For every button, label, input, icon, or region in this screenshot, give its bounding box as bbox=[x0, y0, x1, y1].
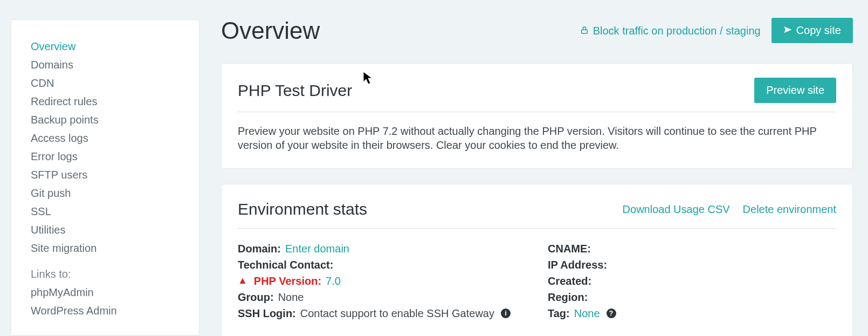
stat-tag: Tag: None ? bbox=[548, 305, 836, 321]
stat-php-version-value[interactable]: 7.0 bbox=[326, 274, 341, 288]
stat-tag-value[interactable]: None bbox=[574, 306, 600, 320]
stat-ssh-login-value: Contact support to enable SSH Gateway bbox=[300, 306, 494, 320]
stat-ssh-login: SSH Login: Contact support to enable SSH… bbox=[238, 305, 526, 321]
stat-created-label: Created: bbox=[548, 274, 591, 288]
stat-technical-contact-label: Technical Contact: bbox=[238, 258, 333, 272]
stat-group-label: Group: bbox=[238, 290, 274, 304]
stat-group: Group: None bbox=[238, 289, 526, 305]
copy-site-button[interactable]: Copy site bbox=[771, 18, 853, 43]
delete-environment-link[interactable]: Delete environment bbox=[743, 202, 836, 216]
sidebar-link-wordpress-admin[interactable]: WordPress Admin bbox=[31, 301, 180, 320]
stat-region: Region: bbox=[548, 289, 836, 305]
info-icon[interactable]: i bbox=[501, 308, 511, 318]
stat-php-version-label: PHP Version: bbox=[254, 274, 321, 288]
download-usage-csv-link[interactable]: Download Usage CSV bbox=[623, 202, 730, 216]
stat-created: Created: bbox=[548, 273, 836, 289]
sidebar-item-git-push[interactable]: Git push bbox=[31, 184, 180, 202]
sidebar-link-phpmyadmin[interactable]: phpMyAdmin bbox=[31, 283, 180, 301]
sidebar-item-ssl[interactable]: SSL bbox=[31, 202, 180, 221]
stat-domain: Domain: Enter domain bbox=[238, 241, 526, 257]
page-header-actions: Block traffic on production / staging Co… bbox=[580, 18, 853, 43]
stat-technical-contact: Technical Contact: bbox=[238, 257, 526, 273]
warning-triangle-icon: ▲ bbox=[238, 275, 247, 287]
page-title: Overview bbox=[221, 15, 320, 46]
stat-ssh-login-label: SSH Login: bbox=[238, 306, 296, 320]
stat-cname: CNAME: bbox=[548, 241, 836, 257]
stat-ip-address: IP Address: bbox=[548, 257, 836, 273]
sidebar-item-overview[interactable]: Overview bbox=[31, 37, 180, 56]
environment-stats-title: Environment stats bbox=[238, 198, 367, 220]
environment-stats-grid: Domain: Enter domain Technical Contact: … bbox=[238, 241, 836, 321]
sidebar-item-sftp-users[interactable]: SFTP users bbox=[31, 166, 180, 184]
php-test-driver-head: PHP Test Driver Preview site bbox=[238, 78, 836, 112]
stat-tag-label: Tag: bbox=[548, 306, 570, 320]
php-test-driver-title: PHP Test Driver bbox=[238, 80, 352, 101]
stat-region-label: Region: bbox=[548, 290, 588, 304]
environment-stats-card: Environment stats Download Usage CSV Del… bbox=[221, 184, 853, 336]
paper-plane-icon bbox=[783, 24, 792, 37]
sidebar-item-domains[interactable]: Domains bbox=[31, 56, 180, 74]
sidebar-item-cdn[interactable]: CDN bbox=[31, 74, 180, 92]
php-test-driver-body: Preview your website on PHP 7.2 without … bbox=[238, 124, 836, 152]
stat-group-value: None bbox=[278, 290, 304, 304]
stat-php-version: ▲ PHP Version: 7.0 bbox=[238, 273, 526, 289]
preview-site-button[interactable]: Preview site bbox=[754, 78, 836, 103]
sidebar-links-heading: Links to: bbox=[31, 265, 180, 283]
env-stats-left-col: Domain: Enter domain Technical Contact: … bbox=[238, 241, 526, 321]
nav-list: Overview Domains CDN Redirect rules Back… bbox=[31, 37, 180, 257]
cursor-icon bbox=[363, 71, 374, 89]
sidebar-links-list: phpMyAdmin WordPress Admin bbox=[31, 283, 180, 320]
lock-icon bbox=[580, 24, 589, 38]
question-icon[interactable]: ? bbox=[607, 308, 616, 318]
copy-site-label: Copy site bbox=[796, 24, 841, 37]
sidebar-item-redirect-rules[interactable]: Redirect rules bbox=[31, 92, 180, 111]
sidebar-item-access-logs[interactable]: Access logs bbox=[31, 129, 180, 147]
stat-cname-label: CNAME: bbox=[548, 242, 591, 256]
env-stats-right-col: CNAME: IP Address: Created: Region: bbox=[548, 241, 836, 321]
stat-ip-address-label: IP Address: bbox=[548, 258, 607, 272]
page-header: Overview Block traffic on production / s… bbox=[221, 15, 853, 46]
block-traffic-link[interactable]: Block traffic on production / staging bbox=[580, 24, 761, 38]
sidebar-item-utilities[interactable]: Utilities bbox=[31, 221, 180, 239]
stat-domain-value[interactable]: Enter domain bbox=[285, 242, 349, 256]
sidebar-item-backup-points[interactable]: Backup points bbox=[31, 111, 180, 129]
svg-rect-0 bbox=[581, 30, 587, 33]
php-test-driver-description: Preview your website on PHP 7.2 without … bbox=[238, 124, 836, 152]
sidebar-item-site-migration[interactable]: Site migration bbox=[31, 239, 180, 257]
block-traffic-label: Block traffic on production / staging bbox=[593, 24, 761, 38]
php-test-driver-card: PHP Test Driver Preview site Preview you… bbox=[221, 63, 853, 169]
sidebar: Overview Domains CDN Redirect rules Back… bbox=[11, 19, 199, 335]
sidebar-item-error-logs[interactable]: Error logs bbox=[31, 147, 180, 166]
main-content: Overview Block traffic on production / s… bbox=[199, 0, 857, 336]
stat-domain-label: Domain: bbox=[238, 242, 281, 256]
environment-stats-head: Environment stats Download Usage CSV Del… bbox=[238, 198, 836, 229]
